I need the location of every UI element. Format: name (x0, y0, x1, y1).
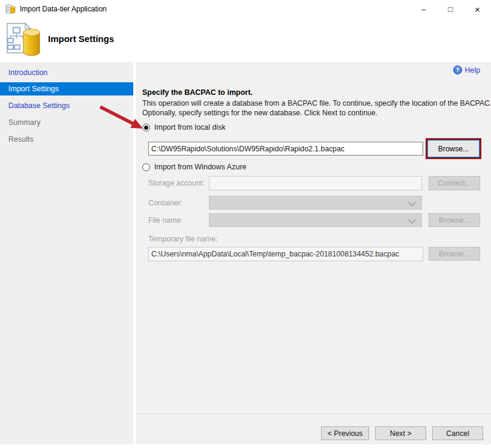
import-windows-azure-option[interactable]: Import from Windows Azure (142, 163, 247, 171)
temporary-file-name-input (148, 247, 423, 261)
chevron-down-icon (408, 216, 416, 224)
container-dropdown (209, 196, 422, 210)
temporary-file-name-label: Temporary file name: (148, 235, 218, 243)
close-button[interactable]: × (464, 0, 491, 18)
title-bar: Import Data-tier Application – □ × (0, 0, 491, 18)
chevron-down-icon (408, 199, 416, 207)
window-bottom-edge (0, 444, 491, 448)
container-label: Container: (148, 199, 182, 207)
import-local-disk-option[interactable]: Import from local disk (142, 123, 226, 132)
previous-button[interactable]: < Previous (321, 426, 369, 440)
bacpac-path-input[interactable] (148, 142, 423, 156)
sidebar-item-results: Results (0, 133, 133, 146)
file-name-dropdown (209, 213, 422, 227)
help-label: Help (465, 66, 480, 74)
minimize-button[interactable]: – (410, 0, 437, 18)
sidebar-item-introduction[interactable]: Introduction (0, 66, 133, 79)
file-name-label: File name: (148, 216, 183, 225)
sidebar-item-import-settings[interactable]: Import Settings (0, 82, 133, 95)
page-title: Import Settings (48, 34, 114, 44)
app-icon (5, 4, 16, 14)
help-icon: ? (453, 65, 462, 74)
radio-local-disk-label: Import from local disk (154, 123, 226, 132)
maximize-button[interactable]: □ (437, 0, 464, 18)
svg-text:?: ? (456, 67, 459, 73)
wizard-header: Import Settings (0, 18, 491, 62)
footer-divider (136, 414, 491, 414)
connect-button: Connect... (429, 176, 480, 190)
description-line-1: This operation will create a database fr… (142, 99, 491, 107)
description-line-2: Optionally, specify settings for the new… (142, 109, 378, 117)
import-data-tier-application-dialog: Import Data-tier Application – □ × (0, 0, 491, 448)
radio-windows-azure[interactable] (142, 163, 150, 171)
annotation-highlight-box: Browse... (426, 138, 481, 159)
storage-account-input (209, 176, 422, 190)
browse-azure-button: Browse... (429, 213, 480, 227)
wizard-steps-sidebar: Introduction Import Settings Database Se… (0, 62, 133, 444)
section-heading: Specify the BACPAC to import. (142, 88, 253, 97)
radio-windows-azure-label: Import from Windows Azure (154, 163, 247, 171)
help-link[interactable]: ? Help (453, 65, 480, 74)
sidebar-item-summary: Summary (0, 116, 133, 129)
radio-local-disk[interactable] (142, 124, 150, 132)
window-title: Import Data-tier Application (20, 5, 107, 13)
next-button[interactable]: Next > (375, 426, 426, 440)
storage-account-label: Storage account: (148, 179, 205, 187)
browse-temp-button: Browse... (429, 247, 480, 261)
import-settings-icon (6, 22, 41, 57)
cancel-button[interactable]: Cancel (432, 426, 483, 440)
sidebar-item-database-settings[interactable]: Database Settings (0, 99, 133, 112)
browse-local-button[interactable]: Browse... (427, 140, 480, 157)
